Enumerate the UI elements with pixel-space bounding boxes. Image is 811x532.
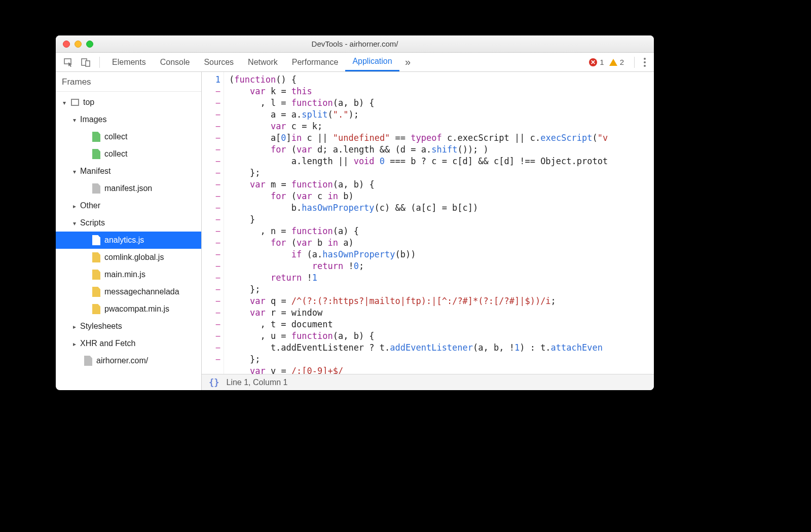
line-gutter[interactable]: 1 − − − − − − − − − − − − − − − − − − − …	[202, 72, 224, 374]
source-panel: 1 − − − − − − − − − − − − − − − − − − − …	[202, 72, 654, 390]
tree-label: top	[83, 98, 94, 107]
cursor-position: Line 1, Column 1	[226, 378, 287, 387]
panel-tabs: ElementsConsoleSourcesNetworkPerformance…	[105, 53, 399, 71]
disclosure-icon	[63, 98, 70, 107]
file-icon	[83, 356, 93, 366]
sidebar-header: Frames	[56, 72, 201, 92]
code-content[interactable]: (function() { var k = this , l = functio…	[224, 72, 654, 374]
file-icon	[91, 235, 101, 245]
toolbar-separator	[99, 57, 100, 68]
panel-body: Frames topImagescollectcollectManifestma…	[56, 72, 654, 390]
tree-group-scripts[interactable]: Scripts	[56, 214, 201, 232]
tab-network[interactable]: Network	[241, 53, 285, 71]
device-icon[interactable]	[80, 57, 91, 68]
error-icon: ✕	[589, 58, 597, 66]
status-bar: {} Line 1, Column 1	[202, 374, 654, 390]
svg-rect-2	[86, 61, 90, 66]
tree-label: Other	[80, 201, 100, 210]
window-title: DevTools - airhorner.com/	[56, 40, 654, 48]
tab-console[interactable]: Console	[153, 53, 197, 71]
disclosure-icon	[73, 201, 80, 210]
tree-label: Scripts	[80, 218, 105, 227]
tree-group-images[interactable]: Images	[56, 111, 201, 128]
inspect-icon[interactable]	[63, 57, 74, 68]
devtools-toolbar: ElementsConsoleSourcesNetworkPerformance…	[56, 53, 654, 72]
disclosure-icon	[73, 115, 80, 124]
tree-group-xhr[interactable]: XHR and Fetch	[56, 335, 201, 352]
warning-count[interactable]: 2	[609, 58, 624, 66]
svg-rect-0	[64, 59, 71, 64]
disclosure-icon	[73, 322, 80, 331]
tree-label: collect	[104, 149, 127, 159]
tree-label: Images	[80, 115, 106, 124]
tree-label: XHR and Fetch	[80, 339, 135, 348]
tree-top-frame[interactable]: top	[56, 94, 201, 111]
titlebar: DevTools - airhorner.com/	[56, 35, 654, 53]
warning-icon	[609, 59, 617, 66]
tree-file[interactable]: comlink.global.js	[56, 249, 201, 266]
tab-elements[interactable]: Elements	[105, 53, 153, 71]
frame-icon	[70, 97, 80, 107]
tree-file[interactable]: main.min.js	[56, 266, 201, 283]
tree-file[interactable]: manifest.json	[56, 180, 201, 197]
tree-label: pwacompat.min.js	[104, 305, 169, 314]
error-count-value: 1	[600, 58, 604, 66]
tree-label: analytics.js	[104, 236, 144, 245]
tab-application[interactable]: Application	[345, 53, 399, 71]
tree-group-manifest[interactable]: Manifest	[56, 163, 201, 180]
file-icon	[91, 304, 101, 314]
tree-file[interactable]: collect	[56, 128, 201, 145]
toolbar-separator	[634, 57, 635, 68]
tree-file[interactable]: messagechannelada	[56, 283, 201, 300]
disclosure-icon	[73, 218, 80, 227]
tree-label: messagechannelada	[104, 287, 179, 296]
tree-label: airhorner.com/	[96, 356, 148, 365]
file-icon	[91, 252, 101, 262]
tree-label: comlink.global.js	[104, 253, 164, 262]
tree-file[interactable]: analytics.js	[56, 232, 201, 249]
frames-tree[interactable]: topImagescollectcollectManifestmanifest.…	[56, 92, 201, 390]
tree-label: Manifest	[80, 167, 110, 176]
tree-file[interactable]: airhorner.com/	[56, 352, 201, 369]
tree-file[interactable]: pwacompat.min.js	[56, 300, 201, 318]
tree-label: Stylesheets	[80, 322, 122, 331]
file-icon	[91, 149, 101, 159]
disclosure-icon	[73, 339, 80, 348]
frames-sidebar: Frames topImagescollectcollectManifestma…	[56, 72, 202, 390]
file-icon	[91, 183, 101, 194]
error-count[interactable]: ✕ 1	[589, 58, 604, 66]
tree-group-other[interactable]: Other	[56, 197, 201, 214]
file-icon	[91, 270, 101, 280]
tree-label: main.min.js	[104, 270, 145, 279]
code-editor[interactable]: 1 − − − − − − − − − − − − − − − − − − − …	[202, 72, 654, 374]
tree-group-stylesheets[interactable]: Stylesheets	[56, 318, 201, 335]
file-icon	[91, 287, 101, 297]
pretty-print-icon[interactable]: {}	[209, 377, 219, 388]
tab-performance[interactable]: Performance	[285, 53, 346, 71]
warning-count-value: 2	[620, 58, 624, 66]
tab-sources[interactable]: Sources	[197, 53, 241, 71]
disclosure-icon	[73, 167, 80, 176]
menu-icon[interactable]	[640, 58, 650, 67]
overflow-icon[interactable]: »	[402, 57, 414, 68]
tree-label: collect	[104, 132, 127, 141]
devtools-window: DevTools - airhorner.com/ ElementsConsol…	[56, 35, 654, 390]
file-icon	[91, 132, 101, 142]
tree-file[interactable]: collect	[56, 145, 201, 163]
tree-label: manifest.json	[104, 184, 152, 193]
